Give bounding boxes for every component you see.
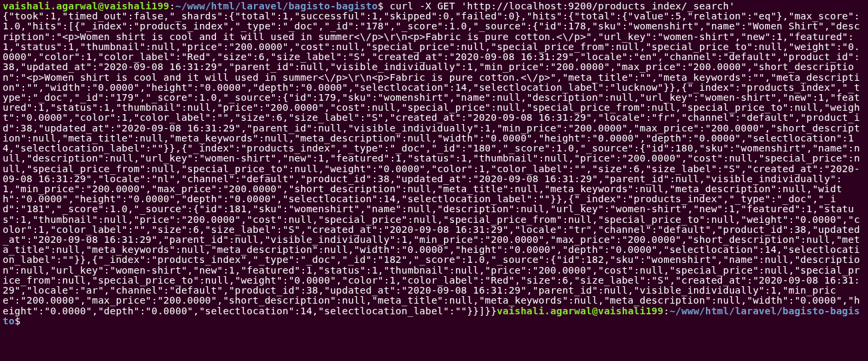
prompt-dollar: $ — [378, 1, 384, 11]
working-path: ~/www/html/laravel/bagisto-bagisto — [175, 1, 378, 11]
prompt-colon: : — [169, 1, 175, 11]
user-host: vaishali.agarwal@vaishali199 — [497, 306, 663, 316]
user-host: vaishali.agarwal@vaishali199 — [3, 1, 169, 11]
terminal-view[interactable]: vaishali.agarwal@vaishali199:~/www/html/… — [3, 1, 865, 326]
prompt-line-1: vaishali.agarwal@vaishali199:~/www/html/… — [3, 1, 735, 11]
prompt-colon: : — [663, 306, 669, 316]
typed-command: curl -X GET 'http://localhost:9200/produ… — [384, 1, 735, 11]
command-output: {"took":1,"timed_out":false,"_shards":{"… — [3, 11, 860, 316]
prompt-dollar: $ — [15, 316, 21, 326]
